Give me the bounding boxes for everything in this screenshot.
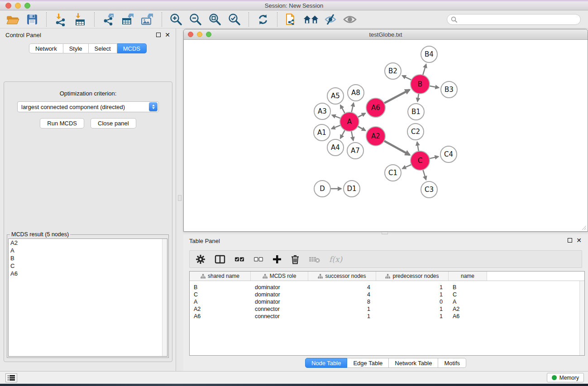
tab-network[interactable]: Network (29, 43, 63, 53)
table-settings-gear-icon[interactable] (196, 254, 206, 264)
import-table-icon (73, 13, 87, 26)
graph-edge-A-A3[interactable] (332, 115, 341, 119)
column-header-predecessor-nodes[interactable]: predecessor nodes (376, 272, 449, 281)
graph-edge-A-A8[interactable] (351, 103, 354, 113)
graph-edge-A2-C[interactable] (383, 140, 410, 155)
graph-edge-A6-B[interactable] (383, 90, 410, 104)
column-header-mcds-role[interactable]: MCDS role (251, 272, 308, 281)
graph-edge-C-C2[interactable] (417, 142, 419, 152)
zoom-out-button[interactable] (187, 11, 204, 28)
first-neighbors-button[interactable] (303, 11, 319, 28)
table-row[interactable]: A2 connector 1 1 A2 (190, 305, 584, 313)
mcds-result-title: MCDS result (5 nodes) (10, 231, 70, 238)
zoom-fit-button[interactable] (207, 11, 223, 28)
graph-edge-B-B3[interactable] (429, 86, 439, 88)
graph-node-label: A5 (331, 92, 340, 100)
table-scrollbar[interactable] (579, 281, 584, 355)
task-history-button[interactable] (5, 373, 17, 382)
import-network-icon (54, 13, 67, 26)
graph-node-label: A1 (317, 129, 326, 137)
graph-edge-A-A5[interactable] (340, 105, 345, 114)
open-session-button[interactable] (5, 11, 21, 28)
show-column-icon[interactable] (215, 255, 225, 264)
hierarchy-sort-icon (318, 274, 323, 279)
network-canvas[interactable]: AA1A2A3A4A5A6A7A8BB1B2B3B4CC1C2C3C4DD1 (184, 40, 587, 231)
table-toolbar: f(x) (189, 250, 582, 268)
delete-row-trash-icon[interactable] (291, 254, 300, 264)
search-field[interactable] (447, 14, 581, 25)
tab-node-table[interactable]: Node Table (305, 358, 348, 368)
run-mcds-button[interactable]: Run MCDS (40, 118, 84, 129)
save-floppy-icon (26, 14, 38, 25)
criterion-dropdown[interactable]: largest connected component (directed) (17, 101, 159, 112)
memory-status-icon (552, 375, 557, 380)
export-image-icon (140, 13, 155, 26)
two-houses-icon (303, 14, 319, 25)
graph-node-label: A3 (318, 107, 327, 115)
search-input[interactable] (459, 16, 577, 23)
zoom-selected-button[interactable] (226, 11, 243, 28)
graph-edge-C-C1[interactable] (402, 164, 412, 169)
divider-handle[interactable] (178, 195, 182, 201)
result-item[interactable]: A6 (9, 270, 167, 277)
result-scrollbar[interactable] (162, 239, 167, 356)
graph-edge-B-B4[interactable] (423, 64, 426, 76)
save-session-button[interactable] (24, 11, 40, 28)
mcds-result-list[interactable]: A2 A B C A6 (8, 238, 167, 357)
graph-node-label: A6 (371, 104, 380, 112)
table-row[interactable]: A dominator 8 0 A (190, 298, 584, 305)
table-row[interactable]: A6 connector 1 1 A6 (190, 313, 584, 320)
graph-edge-A-A4[interactable] (340, 129, 345, 138)
panel-divider[interactable] (176, 29, 183, 371)
export-image-button[interactable] (139, 11, 156, 28)
graph-edge-C-C3[interactable] (423, 169, 426, 180)
tab-edge-table[interactable]: Edge Table (347, 358, 389, 368)
result-item[interactable]: B (9, 254, 167, 262)
graph-edge-A-A1[interactable] (331, 125, 341, 129)
resize-grip-icon[interactable] (581, 224, 587, 230)
application-window: Session: New Session (0, 0, 588, 386)
export-network-button[interactable] (100, 11, 117, 28)
add-row-icon[interactable] (272, 255, 282, 264)
control-panel-header: Control Panel ✕ (0, 29, 176, 41)
close-table-panel-icon[interactable]: ✕ (576, 238, 582, 243)
float-table-panel-icon[interactable] (568, 238, 572, 243)
table-row[interactable]: C dominator 4 1 C (190, 291, 584, 298)
close-panel-button[interactable]: Close panel (91, 118, 136, 129)
column-header-shared-name[interactable]: shared name (190, 272, 251, 281)
graph-edge-A-A6[interactable] (357, 113, 365, 118)
network-graph[interactable]: AA1A2A3A4A5A6A7A8BB1B2B3B4CC1C2C3C4DD1 (184, 40, 587, 231)
graph-edge-B-B2[interactable] (402, 76, 412, 81)
tab-network-table[interactable]: Network Table (389, 358, 438, 368)
table-row[interactable]: B dominator 4 1 B (190, 284, 584, 291)
close-panel-icon[interactable]: ✕ (165, 33, 170, 37)
new-network-from-selection-button[interactable] (283, 11, 300, 28)
import-table-button[interactable] (72, 11, 88, 28)
refresh-button[interactable] (255, 11, 271, 28)
tab-mcds[interactable]: MCDS (117, 43, 147, 53)
float-panel-icon[interactable] (156, 33, 161, 37)
zoom-in-button[interactable] (168, 11, 184, 28)
graph-edge-A-A7[interactable] (351, 130, 354, 141)
toolbar-separator (162, 12, 162, 27)
unselect-all-icon[interactable] (253, 257, 263, 262)
graph-node-label: A (347, 118, 352, 126)
tab-motifs[interactable]: Motifs (438, 358, 466, 368)
column-header-successor-nodes[interactable]: successor nodes (308, 272, 376, 281)
show-graphics-details-button[interactable] (342, 11, 358, 28)
export-table-icon (121, 13, 135, 26)
result-item[interactable]: C (9, 262, 167, 270)
import-network-button[interactable] (53, 11, 69, 28)
select-all-icon[interactable] (234, 257, 244, 262)
column-header-name[interactable]: name (449, 272, 487, 281)
export-table-button[interactable] (120, 11, 136, 28)
tab-style[interactable]: Style (63, 43, 89, 53)
list-icon (8, 375, 15, 381)
graph-edge-A-A2[interactable] (357, 126, 366, 130)
memory-button[interactable]: Memory (547, 373, 584, 382)
result-item[interactable]: A2 (9, 239, 167, 247)
result-item[interactable]: A (9, 247, 167, 254)
tab-select[interactable]: Select (89, 43, 117, 53)
graph-edge-C-C4[interactable] (429, 157, 439, 159)
hide-graphics-details-button[interactable] (322, 11, 339, 28)
